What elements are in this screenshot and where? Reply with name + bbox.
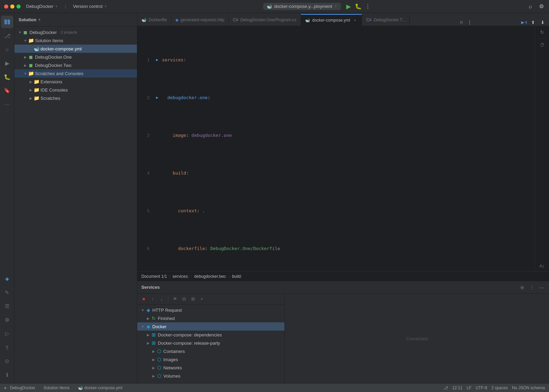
dockerfile-tab-icon: 🐋 [141,17,147,22]
run-button[interactable]: ▶ [345,3,352,10]
solution-items-folder-icon: 📁 [28,38,34,43]
sidebar-item-bookmarks[interactable]: 🔖 [1,84,13,97]
tree-item-one[interactable]: ▶ ◼ DebugDocker.One [14,53,137,61]
code-line-1: 1 ▶ services: [137,56,535,64]
toolbar-up-btn[interactable]: ↑ [149,295,156,303]
sidebar-item-run[interactable]: ▶ [1,57,13,69]
statusbar-line-ending[interactable]: LF [467,385,471,390]
statusbar-schema[interactable]: No JSON schema [512,385,545,390]
tab-docker-compose[interactable]: 🐋 docker-compose.yml × [301,14,362,26]
services-toolbar: ■ ↑ ↓ 👁 ⊟ ⊞ + [137,294,284,305]
http-tab-label: generated-requests.http [180,17,224,22]
services-expand-icon[interactable]: ⊕ [519,284,526,291]
statusbar-solution-items[interactable]: Solution Items [44,385,70,390]
settings-button[interactable]: ⚙ [538,3,545,10]
gutter-refresh-icon[interactable]: ↻ [539,29,546,36]
version-control[interactable]: Version control ▼ [73,4,107,9]
sidebar-item-gear[interactable]: ⊙ [1,355,13,367]
breadcrumb-build[interactable]: build: [232,274,242,279]
gutter-history-icon[interactable]: ⏱ [539,41,546,48]
project-selector[interactable]: 🐋 docker-compose.y...ployment ▼ [263,3,341,10]
tree-item-two[interactable]: ▶ ◼ DebugDocker.Two [14,61,137,69]
networks-label: Networks [163,365,182,370]
services-networks[interactable]: ▶ ⬡ Networks [137,364,284,372]
toolbar-down-btn[interactable]: ↓ [158,295,165,303]
tab-debugdocker-t[interactable]: C# DebugDocker.T... [362,14,410,26]
services-containers[interactable]: ▶ ⬡ Containers [137,347,284,355]
icon-sidebar: ⎇ ⌕ ▶ 🐛 🔖 ⋯ ◈ ✎ ☰ ⚙ ▷ T ⊙ ℹ [0,13,14,384]
tree-item-extensions[interactable]: ▶ 📁 Extensions [14,78,137,86]
status-icon: ● [4,385,7,390]
tree-item-scratches[interactable]: ▼ 📁 Scratches and Consoles [14,69,137,78]
gutter-font-icon[interactable]: A↕ [539,263,545,269]
statusbar-branch[interactable]: ⎇ [443,385,448,390]
services-more-icon[interactable]: ⋮ [528,284,535,291]
services-volumes[interactable]: ▶ ⬡ Volumes [137,372,284,380]
volumes-icon: ⬡ [156,373,162,379]
services-images[interactable]: ▶ ⬡ Images [137,355,284,364]
minimize-button[interactable] [10,4,14,9]
scratches-folder-icon: 📁 [28,71,34,76]
sidebar-item-explorer[interactable] [1,16,13,28]
services-docker-release[interactable]: ▶ ⊞ Docker-compose: release-party [137,339,284,347]
search-button[interactable]: ⌕ [527,3,534,10]
toolbar-add-btn[interactable]: + [198,295,206,303]
collapse-button[interactable]: ⬇ [539,19,546,26]
services-finished[interactable]: ▶ ↻ Finished [137,314,284,322]
statusbar: ● DebugDocker › Solution Items › 🐋 docke… [0,384,549,392]
services-http-request[interactable]: ▼ ◈ HTTP Request [137,306,284,314]
active-tab-close[interactable]: × [352,17,358,23]
toolbar-stop-btn[interactable]: ■ [140,295,148,303]
breadcrumb-service[interactable]: debugdocker.two: [194,274,226,279]
sidebar-item-play[interactable]: ▷ [1,328,13,340]
sidebar-item-services[interactable]: ◈ [1,273,13,285]
tab-dockerfile[interactable]: 🐋 Dockerfile [137,14,171,26]
breadcrumb-bar: Document 1/1 › services: › debugdocker.t… [137,271,549,281]
toolbar-filter-btn[interactable]: ⊟ [180,295,188,303]
two-icon: ◼ [28,62,34,68]
close-button[interactable] [4,4,8,9]
breadcrumb-services[interactable]: services: [173,274,189,279]
tree-item-ide-consoles[interactable]: ▶ 📁 IDE Consoles [14,86,137,94]
statusbar-encoding[interactable]: UTF-8 [476,385,487,390]
statusbar-indent[interactable]: 2 spaces [491,385,508,390]
tree-item-docker-compose[interactable]: ▶ 🐋 docker-compose.yml [14,45,137,53]
expand-button[interactable]: ⬆ [530,19,537,26]
tab-program-cs[interactable]: C# DebugDocker.One/Program.cs [229,14,301,26]
sidebar-item-list[interactable]: ☰ [1,300,13,312]
tab-generated-requests[interactable]: ◈ generated-requests.http [171,14,229,26]
app-name[interactable]: DebugDocker ▼ [26,4,58,9]
toolbar-eye-btn[interactable]: 👁 [171,295,179,303]
main-layout: ⎇ ⌕ ▶ 🐛 🔖 ⋯ ◈ ✎ ☰ ⚙ ▷ T ⊙ ℹ Solution ▼ ▼… [0,13,549,384]
sidebar-item-search[interactable]: ⌕ [1,43,13,56]
tree-item-root[interactable]: ▼ ◼ DebugDocker · 2 projects [14,28,137,36]
tab-list-button[interactable]: ⁞⁞ [458,19,465,26]
sidebar-item-t[interactable]: T [1,341,13,354]
sidebar-item-debug[interactable]: 🐛 [1,71,13,83]
project-icon: ◼ [23,29,28,35]
statusbar-file[interactable]: 🐋 docker-compose.yml [78,385,122,390]
sidebar-item-edit[interactable]: ✎ [1,286,13,299]
sidebar-item-info[interactable]: ℹ [1,369,13,381]
toolbar-collapse-btn[interactable]: ⊞ [189,295,197,303]
services-close-icon[interactable]: — [538,284,545,291]
debug-button[interactable]: 🐛 [355,3,362,10]
services-docker[interactable]: ▼ ◈ Docker [137,322,284,331]
maximize-button[interactable] [16,4,21,9]
breadcrumb-doc[interactable]: Document 1/1 [141,274,167,279]
extensions-icon: 📁 [34,79,39,84]
tab-more-button[interactable]: ⋮ [466,19,473,26]
tree-item-scratches-folder[interactable]: ▶ 📁 Scratches [14,94,137,102]
statusbar-position[interactable]: 12:11 [452,385,463,390]
editor-content[interactable]: 1 ▶ services: 2 ▶ debugdocker.one: [137,26,535,271]
panel-title-arrow[interactable]: ▼ [38,18,41,22]
sidebar-item-vcs[interactable]: ⎇ [1,29,13,42]
one-icon: ◼ [28,54,34,60]
sidebar-item-structure[interactable]: ⚙ [1,314,13,326]
more-button[interactable]: ⋮ [364,3,371,10]
sidebar-item-more[interactable]: ⋯ [1,98,13,110]
statusbar-project[interactable]: DebugDocker [10,385,35,390]
tree-item-solution-items[interactable]: ▼ 📁 Solution Items [14,36,137,45]
volumes-label: Volumes [163,373,180,379]
services-docker-deps[interactable]: ▶ ⊞ Docker-compose: dependencies [137,331,284,339]
